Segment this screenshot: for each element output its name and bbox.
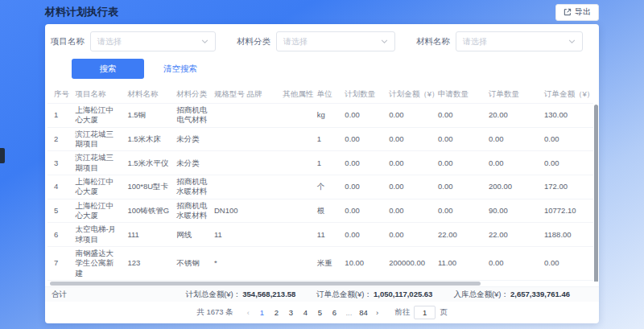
cell: 上海松江中心大厦 [72, 199, 124, 223]
cell [279, 247, 314, 281]
summary-row: 合计 计划总金额(¥)：354,568,213.58订单总金额(¥)：1,050… [45, 286, 599, 302]
page-number[interactable]: 6 [328, 308, 341, 317]
page-number[interactable]: 2 [270, 308, 283, 317]
export-button[interactable]: 导出 [555, 4, 599, 21]
cell: 100铸铁管G [124, 199, 173, 223]
cell [279, 223, 314, 247]
column-header: 计划数量 [341, 85, 386, 104]
cell: 1 [314, 127, 342, 151]
search-button[interactable]: 搜索 [72, 59, 144, 79]
cell: 未分类 [173, 151, 211, 175]
page-number[interactable]: 5 [314, 308, 326, 317]
cell: 滨江花城三期项目 [72, 151, 124, 175]
prev-page-button[interactable]: ‹ [243, 308, 254, 317]
total-value: 2,657,339,761.46 [510, 290, 570, 298]
column-header: 材料名称 [124, 85, 173, 104]
next-page-button[interactable]: › [372, 308, 382, 317]
table-row[interactable]: 4上海松江中心大厦100*8U型卡招商机电 水暖材料个0.000.000.002… [47, 175, 593, 199]
cell: 1 [314, 151, 342, 175]
cell: 1.5铜 [124, 104, 173, 128]
table-row[interactable]: 7南钢盛达大学生公寓新建123不锈钢*米重10.00200000.0011.00… [47, 247, 593, 281]
table-row[interactable]: 3滨江花城三期项目1.5米水平仪未分类10.000.000.000.000.00 [47, 151, 593, 175]
cell: 3 [47, 151, 72, 175]
vertical-scrollbar[interactable] [594, 105, 598, 282]
total-label: 订单总金额(¥)： [316, 290, 372, 298]
table-row[interactable]: 6太空电梯-月球项目111网线11110.000.0022.0022.00118… [47, 223, 593, 247]
project-name-select[interactable]: 请选择 [90, 31, 216, 51]
page-number[interactable]: 3 [285, 308, 297, 317]
summary-total: 订单总金额(¥)：1,050,117,025.63 [316, 290, 432, 300]
column-header: 规格型号 [211, 85, 244, 104]
cell: 11 [211, 223, 244, 247]
material-category-select[interactable]: 请选择 [276, 31, 395, 51]
cell: 米重 [314, 247, 342, 281]
horizontal-scrollbar[interactable] [50, 282, 481, 286]
table-row[interactable]: 2滨江花城三期项目1.5米木床未分类10.000.000.000.000.00 [47, 127, 593, 151]
cell: 0.00 [485, 151, 541, 175]
cell: DN100 [211, 199, 244, 223]
select-placeholder: 请选择 [463, 36, 487, 47]
cell: 0.00 [485, 247, 541, 281]
cell: 0.00 [386, 175, 435, 199]
cell: 200000.00 [386, 247, 435, 281]
cell: 招商机电 水暖材料 [173, 199, 211, 223]
cell: 100*8U型卡 [124, 175, 173, 199]
drawer-handle[interactable] [0, 148, 5, 163]
select-placeholder: 请选择 [283, 36, 308, 47]
table-container: 序号项目名称材料名称材料分类规格型号品牌其他属性单位计划数量计划金额（¥）申请数… [45, 85, 599, 282]
cell: 123 [124, 247, 173, 281]
cell [211, 104, 244, 128]
cell [211, 175, 244, 199]
page-number[interactable]: 84 [357, 308, 369, 317]
summary-total: 入库总金额(¥)：2,657,339,761.46 [453, 290, 570, 300]
cell [244, 104, 280, 128]
total-value: 1,050,117,025.63 [374, 290, 432, 298]
cell [244, 127, 280, 151]
cell: 0.00 [435, 175, 485, 199]
cell: 不锈钢 [173, 247, 211, 281]
cell: 1.5米木床 [124, 127, 173, 151]
cell: 太空电梯-月球项目 [72, 223, 124, 247]
page-number[interactable]: 1 [256, 308, 268, 317]
cell: * [211, 247, 244, 281]
cell: 22.00 [435, 223, 485, 247]
chevron-down-icon [568, 38, 576, 45]
cell: 0.00 [435, 127, 485, 151]
main-panel: 项目名称 请选择 材料分类 请选择 材料名称 请选择 搜索 清空搜索 [45, 24, 599, 323]
cell: 上海松江中心大厦 [72, 104, 124, 128]
goto-page-input[interactable] [414, 306, 436, 319]
filter-label: 材料分类 [237, 36, 270, 47]
cell: 0.00 [541, 151, 593, 175]
material-name-select[interactable]: 请选择 [456, 31, 583, 51]
actions-row: 搜索 清空搜索 [45, 56, 599, 85]
goto-suffix: 页 [440, 307, 448, 318]
cell [279, 199, 314, 223]
cell [244, 223, 280, 247]
export-icon [564, 8, 572, 16]
page-number[interactable]: 4 [299, 308, 312, 317]
cell: kg [314, 104, 342, 128]
table-body: 1上海松江中心大厦1.5铜招商机电 电气材料kg0.000.000.0020.0… [47, 104, 593, 282]
summary-label: 合计 [52, 290, 67, 300]
cell: 4 [47, 175, 72, 199]
table-row[interactable]: 1上海松江中心大厦1.5铜招商机电 电气材料kg0.000.000.0020.0… [47, 104, 593, 128]
cell: 11.00 [435, 247, 485, 281]
cell [244, 199, 280, 223]
table-head-row: 序号项目名称材料名称材料分类规格型号品牌其他属性单位计划数量计划金额（¥）申请数… [47, 85, 593, 104]
cell: 2 [47, 127, 72, 151]
column-header: 序号 [47, 85, 72, 104]
table-row[interactable]: 5上海松江中心大厦100铸铁管G招商机电 水暖材料DN100根0.000.000… [47, 199, 593, 223]
cell: 0.00 [435, 199, 485, 223]
cell: 10772.10 [541, 199, 593, 223]
page-ellipsis[interactable]: ... [343, 308, 355, 317]
cell: 5 [47, 199, 72, 223]
cell: 6 [47, 223, 72, 247]
cell: 未分类 [173, 127, 211, 151]
clear-search-link[interactable]: 清空搜索 [163, 64, 197, 75]
cell: 0.00 [386, 199, 435, 223]
column-header: 订单数量 [485, 85, 541, 104]
export-button-label: 导出 [575, 6, 591, 18]
cell: 0.00 [341, 199, 386, 223]
cell: 90.00 [485, 199, 541, 223]
pagination-total: 共 1673 条 [196, 307, 233, 318]
